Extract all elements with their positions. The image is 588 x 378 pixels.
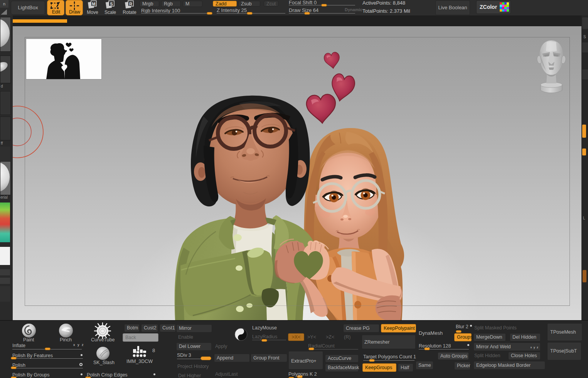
svg-text:R: R [129, 2, 132, 6]
svg-text:M: M [92, 2, 95, 6]
svg-text:S: S [110, 2, 113, 6]
